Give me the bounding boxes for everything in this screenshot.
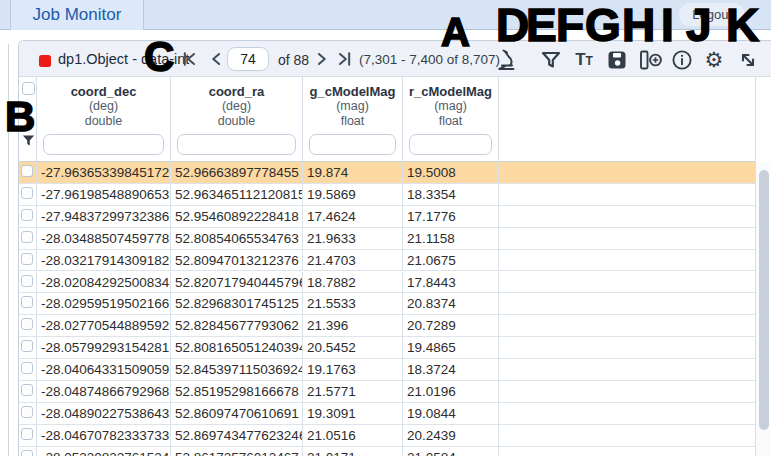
table-row[interactable]: -28.03217914309182752.8094701321237621.4… bbox=[19, 250, 756, 272]
row-checkbox[interactable] bbox=[21, 406, 33, 418]
filter-icon[interactable] bbox=[539, 48, 563, 72]
row-checkbox[interactable] bbox=[21, 275, 33, 287]
last-page-button[interactable] bbox=[335, 49, 355, 69]
cell-coord_ra: 52.963465112120815 bbox=[171, 184, 303, 205]
cell-r_cModelMag: 21.1158 bbox=[403, 228, 499, 249]
microscope-icon[interactable] bbox=[496, 48, 520, 72]
top-bar: Job Monitor Logout bbox=[0, 0, 771, 30]
row-select-cell bbox=[19, 228, 37, 249]
cell-coord_ra: 52.869743477623246 bbox=[171, 425, 303, 446]
row-select-cell bbox=[19, 447, 37, 456]
cell-coord_ra: 52.82968301745125 bbox=[171, 293, 303, 314]
cell-coord_dec: -28.020842925008346 bbox=[37, 272, 171, 293]
row-checkbox[interactable] bbox=[21, 384, 33, 396]
cell-filler bbox=[499, 206, 756, 227]
filter-input-coord_ra[interactable] bbox=[177, 134, 296, 155]
cell-coord_dec: -28.04874866792968 bbox=[37, 381, 171, 402]
cell-coord_ra: 52.95460892228418 bbox=[171, 206, 303, 227]
cell-coord_dec: -28.027705448895926 bbox=[37, 315, 171, 336]
row-checkbox[interactable] bbox=[21, 296, 33, 308]
filter-input-r_cModelMag[interactable] bbox=[409, 134, 492, 155]
table-row[interactable]: -28.04890227538643552.8609747061069119.3… bbox=[19, 403, 756, 425]
cell-g_cModelMag: 17.4624 bbox=[303, 206, 403, 227]
save-icon[interactable] bbox=[605, 48, 629, 72]
cell-filler bbox=[499, 337, 756, 358]
row-checkbox[interactable] bbox=[21, 231, 33, 243]
settings-gear-icon[interactable]: ⚙ bbox=[702, 48, 726, 72]
cell-coord_ra: 52.80854065534763 bbox=[171, 228, 303, 249]
table-row[interactable]: -28.0467078233373352.86974347762324621.0… bbox=[19, 425, 756, 447]
cell-g_cModelMag: 19.5869 bbox=[303, 184, 403, 205]
scrollbar-thumb[interactable] bbox=[759, 170, 769, 430]
cell-r_cModelMag: 20.8374 bbox=[403, 293, 499, 314]
table-row[interactable]: -27.9483729973238652.9546089222841817.46… bbox=[19, 206, 756, 228]
table-row[interactable]: -28.02959519502166352.8296830174512521.5… bbox=[19, 293, 756, 315]
cell-coord_ra: 52.845397115036924 bbox=[171, 359, 303, 380]
add-column-icon[interactable] bbox=[637, 48, 661, 72]
cell-g_cModelMag: 20.5452 bbox=[303, 337, 403, 358]
table-row[interactable]: -27.96365339845172252.9666389777845519.8… bbox=[19, 162, 756, 184]
table-row[interactable]: -28.0533082376152452.8617357601346721.01… bbox=[19, 447, 756, 456]
column-type: float bbox=[403, 114, 498, 129]
row-checkbox[interactable] bbox=[21, 362, 33, 374]
row-checkbox[interactable] bbox=[21, 428, 33, 440]
app-window: Job Monitor Logout dp1.Object - data-int… bbox=[0, 0, 771, 456]
row-checkbox[interactable] bbox=[21, 187, 33, 199]
table-row[interactable]: -28.0487486679296852.8519529816667821.57… bbox=[19, 381, 756, 403]
tab-job-monitor[interactable]: Job Monitor bbox=[10, 0, 144, 30]
row-checkbox[interactable] bbox=[21, 209, 33, 221]
cell-r_cModelMag: 21.0675 bbox=[403, 250, 499, 271]
cell-filler bbox=[499, 447, 756, 456]
filter-input-coord_dec[interactable] bbox=[43, 134, 164, 155]
table-row[interactable]: -27.96198548890653552.96346511212081519.… bbox=[19, 184, 756, 206]
table-row[interactable]: -28.02084292500834652.82071794044579618.… bbox=[19, 272, 756, 294]
cell-coord_dec: -27.94837299732386 bbox=[37, 206, 171, 227]
row-select-cell bbox=[19, 315, 37, 336]
cell-r_cModelMag: 19.0844 bbox=[403, 403, 499, 424]
cell-filler bbox=[499, 184, 756, 205]
info-icon[interactable] bbox=[670, 48, 694, 72]
column-header-r_cModelMag[interactable]: r_cModelMag (mag) float bbox=[403, 77, 499, 162]
annotation-letter-A: A bbox=[441, 12, 470, 52]
column-unit: (deg) bbox=[37, 99, 170, 114]
table-panel: dp1.Object - data-int of 88 (7,301 - 7,4… bbox=[18, 40, 771, 456]
row-select-cell bbox=[19, 337, 37, 358]
row-checkbox[interactable] bbox=[21, 340, 33, 352]
cell-coord_dec: -28.04064331509059 bbox=[37, 359, 171, 380]
table-header: coord_dec (deg) double coord_ra (deg) do… bbox=[19, 77, 756, 162]
cell-coord_dec: -28.04670782333733 bbox=[37, 425, 171, 446]
column-name: coord_ra bbox=[171, 84, 302, 99]
cell-coord_ra: 52.820717940445796 bbox=[171, 272, 303, 293]
table-row[interactable]: -28.05799293154281352.80816505124039420.… bbox=[19, 337, 756, 359]
column-name: r_cModelMag bbox=[403, 84, 498, 99]
table-body: -27.96365339845172252.9666389777845519.8… bbox=[19, 162, 756, 456]
table-row[interactable]: -28.03488507459778552.8085406553476321.9… bbox=[19, 228, 756, 250]
cell-g_cModelMag: 19.1763 bbox=[303, 359, 403, 380]
filter-input-g_cModelMag[interactable] bbox=[309, 134, 396, 155]
cell-g_cModelMag: 19.874 bbox=[303, 162, 403, 183]
annotation-letter-B: B bbox=[5, 96, 35, 138]
column-header-coord_ra[interactable]: coord_ra (deg) double bbox=[171, 77, 303, 162]
cell-filler bbox=[499, 403, 756, 424]
first-page-button[interactable] bbox=[179, 49, 199, 69]
row-select-cell bbox=[19, 272, 37, 293]
row-checkbox[interactable] bbox=[21, 318, 33, 330]
text-format-icon[interactable]: TT bbox=[572, 48, 596, 72]
row-range-label: (7,301 - 7,400 of 8,707) bbox=[359, 52, 500, 67]
cell-r_cModelMag: 19.4865 bbox=[403, 337, 499, 358]
row-select-cell bbox=[19, 425, 37, 446]
previous-page-button[interactable] bbox=[207, 49, 227, 69]
column-header-coord_dec[interactable]: coord_dec (deg) double bbox=[37, 77, 171, 162]
row-checkbox[interactable] bbox=[21, 253, 33, 265]
column-header-g_cModelMag[interactable]: g_cModelMag (mag) float bbox=[303, 77, 403, 162]
expand-icon[interactable] bbox=[736, 48, 760, 72]
cell-filler bbox=[499, 315, 756, 336]
column-unit: (deg) bbox=[171, 99, 302, 114]
table-row[interactable]: -28.02770544889592652.8284567779306221.3… bbox=[19, 315, 756, 337]
table-row[interactable]: -28.0406433150905952.84539711503692419.1… bbox=[19, 359, 756, 381]
row-checkbox[interactable] bbox=[21, 165, 33, 177]
next-page-button[interactable] bbox=[311, 49, 331, 69]
page-number-input[interactable] bbox=[227, 47, 269, 71]
vertical-scrollbar[interactable] bbox=[755, 162, 771, 456]
row-checkbox[interactable] bbox=[21, 450, 33, 456]
